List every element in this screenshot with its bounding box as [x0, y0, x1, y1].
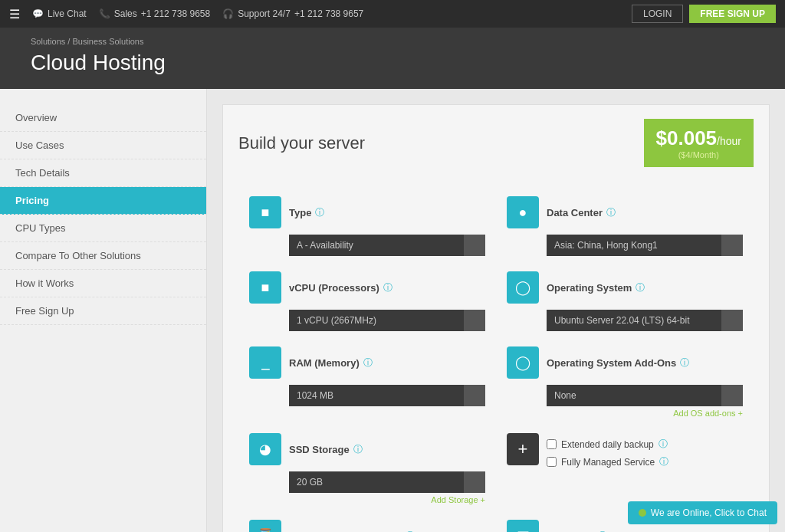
fully-managed-checkbox[interactable] [547, 457, 557, 467]
breadcrumb-business[interactable]: Business Solutions [72, 37, 143, 46]
top-nav: ☰ 💬 Live Chat 📞 Sales +1 212 738 9658 🎧 … [0, 0, 785, 28]
nav-right: LOGIN FREE SIGN UP [632, 5, 776, 23]
hamburger-menu[interactable]: ☰ [9, 7, 20, 21]
main-layout: Overview Use Cases Tech Details Pricing … [0, 89, 785, 532]
traffic-info-icon[interactable]: ⓘ [406, 530, 415, 533]
sidebar-item-how-it-works[interactable]: How it Works [0, 270, 206, 297]
sales-label: Sales [114, 8, 137, 19]
vcpu-info-icon[interactable]: ⓘ [383, 281, 392, 294]
fully-managed-label: Fully Managed Service [561, 457, 655, 468]
extended-backup-info[interactable]: ⓘ [659, 438, 668, 451]
chat-online-dot [639, 509, 646, 517]
login-button[interactable]: LOGIN [632, 5, 683, 23]
os-header: ◯ Operating System ⓘ [507, 271, 743, 304]
ssd-select-wrap: 20 GB 40 GB 80 GB Add Storage + [289, 471, 485, 504]
price-badge: $0.005/hour ($4/Month) [644, 119, 754, 167]
sidebar-item-cpu-types[interactable]: CPU Types [0, 215, 206, 242]
sidebar-item-use-cases[interactable]: Use Cases [0, 132, 206, 159]
build-server-title: Build your server [238, 133, 365, 153]
sidebar: Overview Use Cases Tech Details Pricing … [0, 89, 207, 532]
data-center-select-wrap: Asia: China, Hong Kong1 US East EU West [547, 235, 743, 256]
extended-backup-checkbox[interactable] [547, 439, 557, 449]
support-phone[interactable]: +1 212 738 9657 [294, 8, 363, 19]
public-ips-icon: ▩ [507, 520, 539, 532]
data-center-header: ● Data Center ⓘ [507, 196, 743, 228]
vcpu-header: ■ vCPU (Processors) ⓘ [249, 271, 485, 304]
add-storage-link[interactable]: Add Storage + [289, 495, 485, 504]
os-addons-label: Operating System Add-Ons [547, 357, 676, 369]
ssd-label: SSD Storage [289, 444, 350, 455]
sidebar-item-compare[interactable]: Compare To Other Solutions [0, 242, 206, 270]
nav-left: ☰ 💬 Live Chat 📞 Sales +1 212 738 9658 🎧 … [9, 7, 616, 21]
os-info-icon[interactable]: ⓘ [636, 281, 645, 294]
os-section: ◯ Operating System ⓘ Ubuntu Server 22.04… [496, 264, 754, 339]
extended-backup-row: Extended daily backup ⓘ [547, 438, 668, 451]
sidebar-item-free-signup[interactable]: Free Sign Up [0, 297, 206, 325]
chat-bubble[interactable]: We are Online, Click to Chat [628, 501, 777, 524]
os-addons-select[interactable]: None cPanel Plesk [547, 385, 743, 406]
breadcrumb-solutions[interactable]: Solutions [31, 37, 65, 46]
os-addons-icon: ◯ [507, 346, 539, 379]
fully-managed-info[interactable]: ⓘ [659, 455, 668, 468]
os-select-wrap: Ubuntu Server 22.04 (LTS) 64-bit CentOS … [547, 310, 743, 331]
vcpu-select[interactable]: 1 vCPU (2667MHz) 2 vCPU 4 vCPU [289, 310, 485, 331]
sales-nav: 📞 Sales +1 212 738 9658 [99, 8, 210, 19]
sidebar-item-overview[interactable]: Overview [0, 104, 206, 132]
support-nav: 🎧 Support 24/7 +1 212 738 9657 [222, 8, 363, 19]
type-section: ■ Type ⓘ A - Availability B - Burstable … [238, 189, 496, 264]
os-select[interactable]: Ubuntu Server 22.04 (LTS) 64-bit CentOS … [547, 310, 743, 331]
phone-icon: 📞 [99, 8, 110, 19]
price-main: $0.005 [656, 126, 718, 149]
add-os-addons-link[interactable]: Add OS add-ons + [547, 409, 743, 418]
os-addons-info-icon[interactable]: ⓘ [680, 356, 689, 369]
ssd-icon: ◕ [249, 433, 281, 465]
live-chat-nav[interactable]: 💬 Live Chat [32, 8, 87, 19]
ram-select[interactable]: 1024 MB 2048 MB 4096 MB [289, 385, 485, 406]
type-select[interactable]: A - Availability B - Burstable C - Compu… [289, 235, 485, 256]
sidebar-item-pricing[interactable]: Pricing [0, 187, 206, 215]
type-select-wrap: A - Availability B - Burstable C - Compu… [289, 235, 485, 256]
data-center-select[interactable]: Asia: China, Hong Kong1 US East EU West [547, 235, 743, 256]
sales-phone[interactable]: +1 212 738 9658 [141, 8, 210, 19]
vcpu-label: vCPU (Processors) [289, 282, 379, 294]
public-ips-info-icon[interactable]: ⓘ [598, 530, 607, 533]
extras-section: + Extended daily backup ⓘ Fully Managed … [496, 425, 754, 512]
ram-label: RAM (Memory) [289, 357, 360, 369]
os-addons-section: ◯ Operating System Add-Ons ⓘ None cPanel… [496, 339, 754, 425]
type-info-icon[interactable]: ⓘ [315, 206, 324, 219]
vcpu-icon: ■ [249, 271, 281, 304]
ram-header: ⎯ RAM (Memory) ⓘ [249, 346, 485, 379]
ram-section: ⎯ RAM (Memory) ⓘ 1024 MB 2048 MB 4096 MB [238, 339, 496, 425]
vcpu-section: ■ vCPU (Processors) ⓘ 1 vCPU (2667MHz) 2… [238, 264, 496, 339]
ram-select-wrap: 1024 MB 2048 MB 4096 MB [289, 385, 485, 406]
page-title: Cloud Hosting [31, 51, 754, 75]
data-center-info-icon[interactable]: ⓘ [606, 206, 616, 219]
price-display: $0.005/hour [656, 126, 741, 150]
os-addons-select-wrap: None cPanel Plesk Add OS add-ons + [547, 385, 743, 418]
vcpu-select-wrap: 1 vCPU (2667MHz) 2 vCPU 4 vCPU [289, 310, 485, 331]
os-icon: ◯ [507, 271, 539, 304]
ssd-section: ◕ SSD Storage ⓘ 20 GB 40 GB 80 GB Add St… [238, 425, 496, 512]
ssd-info-icon[interactable]: ⓘ [353, 443, 363, 456]
traffic-icon: ⏳ [249, 520, 281, 532]
page-header: Solutions / Business Solutions Cloud Hos… [0, 28, 785, 89]
traffic-section: ⏳ Internet Traffic included ⓘ 1000 GB/mo… [238, 512, 496, 532]
plus-icon: + [507, 433, 539, 465]
sidebar-item-tech-details[interactable]: Tech Details [0, 159, 206, 187]
price-sub: ($4/Month) [656, 150, 741, 159]
data-center-icon: ● [507, 196, 539, 228]
support-label: Support 24/7 [238, 8, 291, 19]
ssd-header: ◕ SSD Storage ⓘ [249, 433, 485, 465]
chat-label: We are Online, Click to Chat [651, 507, 767, 518]
checkbox-group: Extended daily backup ⓘ Fully Managed Se… [547, 433, 668, 473]
ram-icon: ⎯ [249, 346, 281, 379]
type-icon: ■ [249, 196, 281, 228]
fully-managed-row: Fully Managed Service ⓘ [547, 455, 668, 468]
ssd-select[interactable]: 20 GB 40 GB 80 GB [289, 471, 485, 493]
type-label: Type [289, 207, 311, 218]
build-server-header: Build your server $0.005/hour ($4/Month) [223, 105, 769, 181]
free-signup-button[interactable]: FREE SIGN UP [689, 5, 776, 23]
os-addons-header: ◯ Operating System Add-Ons ⓘ [507, 346, 743, 379]
data-center-section: ● Data Center ⓘ Asia: China, Hong Kong1 … [496, 189, 754, 264]
ram-info-icon[interactable]: ⓘ [363, 356, 373, 369]
